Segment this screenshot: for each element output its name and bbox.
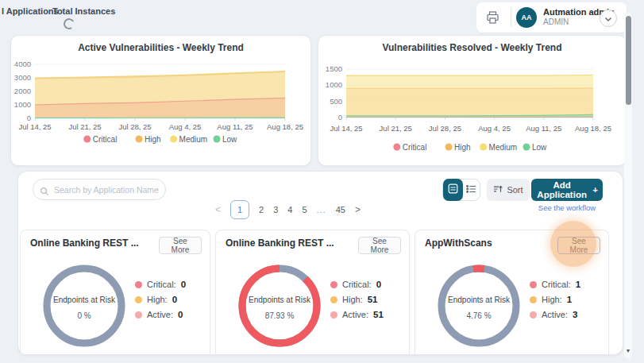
donut-percent: 4.76 %	[466, 311, 491, 320]
app-card: AppWithScans See More Endpoints at Risk …	[415, 230, 609, 355]
endpoints-donut: Endpoints at Risk 4.76 %	[435, 262, 523, 349]
tab-total-applications[interactable]: l Applications	[2, 6, 59, 16]
active-dot-icon	[530, 311, 537, 319]
pagination-page-3[interactable]: 3	[273, 205, 278, 214]
stat-high: High: 1	[530, 295, 580, 304]
list-view-icon	[466, 183, 476, 197]
svg-text:3000: 3000	[14, 73, 31, 82]
svg-text:Critical: Critical	[93, 135, 118, 144]
high-dot-icon	[330, 296, 337, 303]
card-view-icon	[448, 183, 458, 197]
see-more-button[interactable]: See More	[557, 237, 600, 254]
high-dot-icon	[135, 296, 142, 303]
add-application-label: Add Application	[536, 180, 588, 199]
high-dot-icon	[530, 296, 537, 303]
svg-text:1000: 1000	[14, 100, 31, 109]
tab-total-instances[interactable]: Total Instances	[52, 6, 115, 16]
svg-text:Medium: Medium	[179, 135, 208, 144]
pagination-page-4[interactable]: 4	[287, 205, 292, 214]
active-vulnerabilities-chart: 01000200030004000Jul 14, 25Jul 21, 25Jul…	[11, 55, 310, 166]
active-dot-icon	[330, 311, 337, 319]
stat-active: Active: 3	[530, 310, 580, 319]
svg-text:High: High	[145, 135, 161, 144]
svg-text:Jul 28, 25: Jul 28, 25	[429, 124, 461, 133]
svg-text:Aug 18, 25: Aug 18, 25	[267, 122, 303, 131]
search-input[interactable]	[33, 179, 166, 200]
svg-text:1500: 1500	[326, 64, 342, 73]
applications-panel: Sort Add Application + See the workflow …	[17, 171, 623, 355]
app-card: Online Banking REST ... See More Endpoin…	[20, 230, 210, 355]
critical-dot-icon	[530, 281, 537, 288]
see-more-button[interactable]: See More	[159, 237, 202, 254]
sort-button[interactable]: Sort	[487, 179, 530, 201]
avatar[interactable]: AA	[516, 7, 537, 28]
see-more-button[interactable]: See More	[358, 237, 401, 254]
card-view-button[interactable]	[443, 179, 463, 201]
chart-title: Vulnerabilities Resolved - Weekly Trend	[318, 42, 626, 53]
svg-text:Jul 14, 25: Jul 14, 25	[330, 124, 362, 133]
stat-active: Active: 0	[135, 310, 186, 319]
header-divider	[511, 8, 511, 27]
see-workflow-link[interactable]: See the workflow	[531, 203, 603, 212]
printer-icon[interactable]	[486, 10, 499, 28]
svg-text:0: 0	[27, 114, 31, 122]
user-menu-toggle[interactable]	[600, 10, 617, 27]
pagination-page-45[interactable]: 45	[336, 205, 345, 214]
critical-dot-icon	[135, 281, 142, 288]
svg-text:Jul 14, 25: Jul 14, 25	[18, 122, 51, 131]
search-icon	[40, 185, 49, 199]
stat-active: Active: 51	[330, 310, 384, 319]
donut-label: Endpoints at Risk	[53, 295, 116, 304]
pagination: < 1 2 3 4 5 ... 45 >	[215, 200, 361, 219]
svg-text:Aug 11, 25: Aug 11, 25	[526, 124, 561, 133]
scroll-down-icon[interactable]: ▼	[624, 348, 632, 353]
chart-card-active-vulnerabilities: Active Vulnerabilities - Weekly Trend 01…	[10, 35, 311, 166]
svg-text:Aug 18, 25: Aug 18, 25	[575, 124, 611, 133]
loading-spinner-icon	[62, 17, 75, 30]
svg-text:Medium: Medium	[489, 143, 518, 152]
chevron-down-icon	[604, 11, 612, 25]
stats: Critical: 1 High: 1 Active: 3	[530, 280, 580, 325]
app-title: Online Banking REST ...	[30, 237, 139, 249]
donut-percent: 0 %	[77, 311, 91, 320]
search-wrap	[33, 179, 166, 200]
active-dot-icon	[135, 311, 142, 319]
list-view-button[interactable]	[463, 183, 480, 197]
app-title: AppWithScans	[425, 237, 492, 249]
chart-card-vulnerabilities-resolved: Vulnerabilities Resolved - Weekly Trend …	[318, 35, 627, 166]
svg-text:Jul 28, 25: Jul 28, 25	[118, 122, 151, 131]
vulnerabilities-resolved-chart: 050010001500Jul 14, 25Jul 21, 25Jul 28, …	[318, 55, 626, 166]
chart-title: Active Vulnerabilities - Weekly Trend	[11, 42, 310, 53]
critical-dot-icon	[330, 281, 337, 288]
endpoints-donut: Endpoints at Risk 87.93 %	[236, 262, 323, 349]
pagination-page-1[interactable]: 1	[230, 200, 249, 219]
pagination-page-2[interactable]: 2	[259, 205, 264, 214]
pagination-page-5[interactable]: 5	[302, 205, 307, 214]
svg-text:1000: 1000	[326, 80, 342, 89]
svg-text:Aug 4, 25: Aug 4, 25	[169, 122, 202, 131]
donut-label: Endpoints at Risk	[249, 295, 311, 304]
stat-high: High: 0	[135, 295, 186, 304]
sort-icon	[493, 184, 503, 195]
app-title: Online Banking REST ...	[226, 237, 334, 249]
scrollbar: ▼	[624, 13, 632, 359]
plus-icon: +	[592, 185, 598, 195]
svg-text:Aug 11, 25: Aug 11, 25	[217, 122, 253, 131]
stat-critical: Critical: 1	[530, 280, 580, 289]
donut-label: Endpoints at Risk	[448, 295, 511, 304]
svg-text:Jul 21, 25: Jul 21, 25	[380, 124, 412, 133]
pagination-prev[interactable]: <	[215, 204, 221, 215]
svg-text:Critical: Critical	[403, 143, 427, 152]
svg-text:High: High	[454, 143, 471, 152]
svg-text:Low: Low	[532, 143, 547, 152]
svg-text:0: 0	[338, 113, 342, 122]
stat-high: High: 51	[330, 295, 384, 304]
scrollbar-thumb[interactable]	[626, 16, 631, 105]
sort-label: Sort	[507, 185, 523, 195]
stat-critical: Critical: 0	[330, 280, 384, 289]
pagination-next[interactable]: >	[355, 204, 361, 215]
svg-text:Jul 21, 25: Jul 21, 25	[68, 122, 101, 131]
svg-text:Low: Low	[222, 135, 237, 144]
stats: Critical: 0 High: 0 Active: 0	[135, 280, 186, 325]
add-application-button[interactable]: Add Application +	[531, 179, 603, 201]
